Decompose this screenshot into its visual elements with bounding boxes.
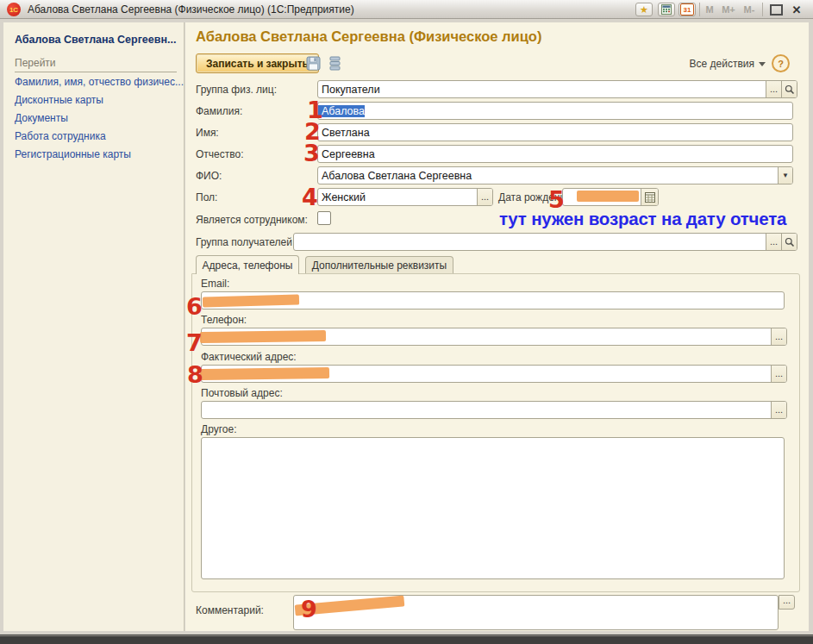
birthdate-calendar-button[interactable] bbox=[641, 189, 658, 205]
annotation-number-9: 9 bbox=[301, 597, 317, 621]
postal-address-ellipsis-button[interactable]: ... bbox=[771, 402, 786, 418]
is-employee-checkbox[interactable] bbox=[317, 211, 331, 225]
maximize-button[interactable] bbox=[767, 3, 785, 16]
middlename-value: Сергеевна bbox=[318, 148, 375, 160]
middlename-label: Отчество: bbox=[196, 148, 244, 160]
window-title: Абалова Светлана Сергеевна (Физическое л… bbox=[28, 3, 354, 16]
search-icon bbox=[785, 84, 795, 95]
discount-group-search-button[interactable] bbox=[781, 234, 797, 250]
firstname-value: Светлана bbox=[318, 127, 370, 139]
gender-field[interactable]: Женский ... bbox=[317, 188, 493, 206]
redaction-phone bbox=[200, 330, 326, 343]
group-search-button[interactable] bbox=[781, 81, 797, 97]
other-textarea[interactable] bbox=[201, 437, 785, 579]
postal-address-field[interactable]: ... bbox=[201, 401, 787, 419]
redaction-birthdate bbox=[577, 191, 639, 202]
gender-label: Пол: bbox=[196, 191, 217, 203]
sidebar-item-registration-cards[interactable]: Регистрационные карты bbox=[15, 148, 131, 160]
memory-m-plus-button[interactable]: M+ bbox=[719, 3, 738, 16]
page-title: Абалова Светлана Сергеевна (Физическое л… bbox=[196, 28, 541, 45]
list-icon bbox=[329, 56, 341, 71]
memory-m-minus-button[interactable]: M- bbox=[740, 3, 759, 16]
save-button[interactable] bbox=[304, 55, 322, 72]
calculator-icon[interactable] bbox=[658, 3, 675, 16]
sidebar-record-title: Абалова Светлана Сергеевн... bbox=[15, 34, 178, 46]
fullname-field[interactable]: Абалова Светлана Сергеевна ▼ bbox=[317, 166, 793, 184]
sidebar-item-discount-cards[interactable]: Дисконтные карты bbox=[15, 94, 103, 106]
maximize-icon bbox=[770, 4, 783, 16]
annotation-number-6: 6 bbox=[186, 295, 203, 318]
sidebar-nav-header: Перейти bbox=[15, 57, 177, 72]
lastname-field[interactable]: Абалова bbox=[317, 102, 793, 120]
close-button[interactable]: ✕ bbox=[788, 3, 805, 16]
search-icon bbox=[785, 237, 795, 247]
all-actions-button[interactable]: Все действия bbox=[690, 58, 766, 70]
favorites-icon[interactable]: ★ bbox=[635, 3, 653, 16]
annotation-number-3: 3 bbox=[303, 141, 320, 165]
titlebar-separator bbox=[762, 3, 763, 16]
tab-addresses-phones[interactable]: Адреса, телефоны bbox=[196, 255, 299, 274]
titlebar: 1С Абалова Светлана Сергеевна (Физическо… bbox=[0, 0, 813, 19]
memory-m-button[interactable]: M bbox=[704, 3, 716, 16]
sidebar-item-name-history[interactable]: Фамилия, имя, отчество физичес... bbox=[15, 76, 184, 88]
application-window: 1С Абалова Светлана Сергеевна (Физическо… bbox=[0, 0, 813, 644]
phone-label: Телефон: bbox=[201, 314, 247, 326]
all-actions-label: Все действия bbox=[690, 58, 754, 70]
show-list-button[interactable] bbox=[326, 55, 343, 72]
annotation-number-4: 4 bbox=[302, 185, 318, 209]
sidebar: Абалова Светлана Сергеевн... Перейти Фам… bbox=[3, 22, 184, 631]
calendar-icon[interactable]: 31 bbox=[679, 3, 696, 16]
firstname-label: Имя: bbox=[196, 127, 219, 139]
star-icon: ★ bbox=[640, 4, 648, 16]
middlename-field[interactable]: Сергеевна bbox=[317, 145, 793, 163]
fullname-label: ФИО: bbox=[196, 170, 222, 182]
save-and-close-button[interactable]: Записать и закрыть bbox=[196, 53, 319, 73]
chevron-down-icon bbox=[759, 62, 766, 66]
phone-ellipsis-button[interactable]: ... bbox=[771, 328, 786, 345]
sidebar-item-documents[interactable]: Документы bbox=[15, 112, 68, 124]
comment-ellipsis-button[interactable]: ... bbox=[779, 595, 795, 610]
lastname-value: Абалова bbox=[318, 105, 365, 117]
window-bottom-edge bbox=[0, 635, 813, 644]
gender-value: Женский bbox=[318, 191, 366, 203]
main-pane: Абалова Светлана Сергеевна (Физическое л… bbox=[185, 22, 809, 631]
tab-label: Дополнительные реквизиты bbox=[312, 259, 447, 272]
calculator-glyph bbox=[661, 4, 672, 15]
close-icon: ✕ bbox=[792, 3, 802, 16]
annotation-number-8: 8 bbox=[187, 363, 203, 386]
comment-label: Комментарий: bbox=[196, 604, 264, 616]
lastname-label: Фамилия: bbox=[196, 105, 242, 117]
group-value: Покупатели bbox=[318, 84, 380, 96]
redaction-address bbox=[200, 367, 329, 380]
discount-group-ellipsis-button[interactable]: ... bbox=[766, 234, 781, 250]
fullname-dropdown-button[interactable]: ▼ bbox=[778, 167, 792, 184]
actual-address-ellipsis-button[interactable]: ... bbox=[771, 366, 786, 382]
sidebar-item-employee-work[interactable]: Работа сотрудника bbox=[15, 130, 106, 142]
firstname-field[interactable]: Светлана bbox=[317, 123, 793, 141]
actual-address-label: Фактический адрес: bbox=[201, 351, 297, 363]
help-button[interactable]: ? bbox=[772, 54, 790, 72]
gender-ellipsis-button[interactable]: ... bbox=[477, 189, 492, 205]
titlebar-separator bbox=[699, 3, 700, 16]
group-label: Группа физ. лиц: bbox=[196, 84, 277, 96]
postal-address-label: Почтовый адрес: bbox=[201, 387, 283, 399]
floppy-icon bbox=[306, 56, 321, 71]
calendar-day: 31 bbox=[680, 3, 694, 16]
tab-additional-attributes[interactable]: Дополнительные реквизиты bbox=[305, 256, 453, 274]
email-label: Email: bbox=[201, 278, 229, 290]
date-picker-icon bbox=[645, 192, 655, 203]
fullname-value: Абалова Светлана Сергеевна bbox=[318, 170, 472, 182]
group-field[interactable]: Покупатели ... bbox=[317, 80, 797, 98]
annotation-number-5: 5 bbox=[548, 188, 565, 211]
discount-group-field[interactable]: ... bbox=[293, 233, 797, 251]
tab-label: Адреса, телефоны bbox=[203, 259, 293, 272]
chevron-down-icon: ▼ bbox=[782, 172, 789, 179]
annotation-number-7: 7 bbox=[186, 331, 203, 354]
other-label: Другое: bbox=[201, 423, 236, 435]
group-ellipsis-button[interactable]: ... bbox=[766, 81, 781, 97]
is-employee-label: Является сотрудником: bbox=[196, 214, 308, 226]
annotation-note: тут нужен возраст на дату отчета bbox=[499, 209, 786, 229]
app-logo-icon: 1С bbox=[7, 3, 21, 16]
